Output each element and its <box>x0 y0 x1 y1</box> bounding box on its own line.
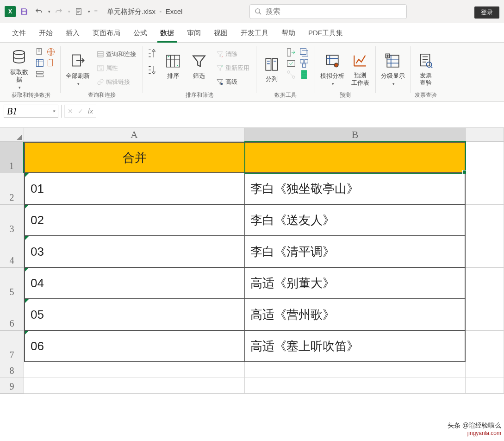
save-button[interactable] <box>18 5 31 18</box>
sort-asc-button[interactable] <box>147 47 159 61</box>
tab-formulas[interactable]: 公式 <box>127 24 154 42</box>
svg-rect-17 <box>287 49 291 57</box>
tab-review[interactable]: 审阅 <box>180 24 207 42</box>
cell-a2[interactable]: 01 <box>24 173 245 205</box>
cell-a1[interactable]: 合并 <box>24 142 245 173</box>
cell-b8[interactable] <box>245 362 466 378</box>
cell-b6[interactable]: 高适《营州歌》 <box>245 299 466 331</box>
tab-developer[interactable]: 开发工具 <box>234 24 275 42</box>
search-placeholder: 搜索 <box>266 7 280 17</box>
row-header-5[interactable]: 5 <box>0 268 24 299</box>
tab-file[interactable]: 文件 <box>6 24 32 42</box>
spreadsheet[interactable]: A B 1 2 3 4 5 6 7 8 9 合并 01 李白《独坐敬亭山》 02… <box>0 128 504 397</box>
cell-c8[interactable] <box>466 362 504 378</box>
cell-c9[interactable] <box>466 378 504 394</box>
row-header-2[interactable]: 2 <box>0 173 24 205</box>
data-model-icon[interactable] <box>299 69 311 80</box>
data-validation-icon[interactable] <box>286 58 298 69</box>
cell-a7[interactable]: 06 <box>24 331 245 362</box>
recent-sources-icon[interactable] <box>46 58 56 69</box>
group-forecast: 模拟分析 ▾ 预测 工作表 预测 <box>316 44 374 101</box>
outline-button[interactable]: 分级显示 ▾ <box>380 47 406 91</box>
svg-point-30 <box>334 63 338 67</box>
tab-data[interactable]: 数据 <box>154 24 180 42</box>
filter-button[interactable]: 筛选 <box>187 47 211 84</box>
from-web-icon[interactable] <box>46 47 56 57</box>
cell-b5[interactable]: 高适《别董大》 <box>245 268 466 299</box>
fx-icon[interactable]: fx <box>88 107 93 115</box>
queries-connections-button[interactable]: 查询和连接 <box>94 47 139 61</box>
redo-dropdown-icon[interactable]: ▾ <box>68 9 70 14</box>
tab-pdf-tools[interactable]: PDF工具集 <box>302 24 349 42</box>
tab-home[interactable]: 开始 <box>32 24 59 42</box>
consolidate-icon[interactable] <box>299 58 311 69</box>
svg-rect-15 <box>266 58 271 70</box>
get-data-button[interactable]: 获取数 据 ▾ <box>6 47 32 91</box>
row-header-7[interactable]: 7 <box>0 331 24 362</box>
svg-point-2 <box>13 50 25 55</box>
invoice-check-button[interactable]: 发票 查验 <box>414 47 437 91</box>
cell-b3[interactable]: 李白《送友人》 <box>245 205 466 236</box>
cell-b1[interactable] <box>245 142 466 173</box>
advanced-filter-button[interactable]: 高级 <box>213 75 252 89</box>
cell-c5[interactable] <box>466 268 504 299</box>
cancel-formula-icon[interactable]: ✕ <box>68 107 73 115</box>
cell-a5[interactable]: 04 <box>24 268 245 299</box>
row-header-6[interactable]: 6 <box>0 299 24 331</box>
flash-fill-icon[interactable] <box>286 47 298 57</box>
cell-c2[interactable] <box>466 173 504 205</box>
login-button[interactable]: 登录 <box>474 6 499 19</box>
row-header-9[interactable]: 9 <box>0 378 24 394</box>
qat-dropdown-icon[interactable]: ▾ <box>88 9 90 14</box>
svg-rect-6 <box>48 60 52 66</box>
search-input[interactable]: 搜索 <box>249 4 407 19</box>
redo-button[interactable] <box>52 5 65 18</box>
cell-c4[interactable] <box>466 236 504 268</box>
cell-c1[interactable] <box>466 142 504 173</box>
cell-c3[interactable] <box>466 205 504 236</box>
refresh-all-button[interactable]: 全部刷新 ▾ <box>64 47 91 91</box>
cell-c6[interactable] <box>466 299 504 331</box>
select-all-corner[interactable] <box>0 128 24 142</box>
enter-formula-icon[interactable]: ✓ <box>78 107 83 115</box>
column-header-a[interactable]: A <box>24 128 245 142</box>
existing-connections-icon[interactable] <box>35 69 45 80</box>
row-header-8[interactable]: 8 <box>0 362 24 378</box>
tab-help[interactable]: 帮助 <box>275 24 302 42</box>
what-if-button[interactable]: 模拟分析 ▾ <box>319 47 346 91</box>
undo-button[interactable] <box>32 5 45 18</box>
cell-b2[interactable]: 李白《独坐敬亭山》 <box>245 173 466 205</box>
cell-c7[interactable] <box>466 331 504 362</box>
row-header-1[interactable]: 1 <box>0 142 24 173</box>
cell-a6[interactable]: 05 <box>24 299 245 331</box>
document-icon[interactable] <box>72 5 85 18</box>
remove-duplicates-icon[interactable] <box>299 47 311 57</box>
relationships-icon[interactable] <box>286 69 298 80</box>
cell-a9[interactable] <box>24 378 245 394</box>
cell-a4[interactable]: 03 <box>24 236 245 268</box>
name-box[interactable]: B1 ▾ <box>4 105 58 118</box>
tab-view[interactable]: 视图 <box>207 24 234 42</box>
svg-rect-3 <box>37 49 41 55</box>
undo-dropdown-icon[interactable]: ▾ <box>48 9 50 14</box>
cell-b7[interactable]: 高适《塞上听吹笛》 <box>245 331 466 362</box>
sort-desc-button[interactable] <box>147 64 159 78</box>
tab-page-layout[interactable]: 页面布局 <box>86 24 127 42</box>
from-table-icon[interactable] <box>35 58 45 69</box>
cell-b9[interactable] <box>245 378 466 394</box>
row-header-3[interactable]: 3 <box>0 205 24 236</box>
name-box-dropdown-icon[interactable]: ▾ <box>53 109 55 113</box>
column-header-blank[interactable] <box>466 128 504 142</box>
svg-point-14 <box>221 83 223 85</box>
from-text-icon[interactable] <box>35 47 45 57</box>
cell-a8[interactable] <box>24 362 245 378</box>
tab-insert[interactable]: 插入 <box>59 24 86 42</box>
cell-b4[interactable]: 李白《清平调》 <box>245 236 466 268</box>
cell-a3[interactable]: 02 <box>24 205 245 236</box>
group-invoice: 发票 查验 发票查验 <box>411 44 440 101</box>
forecast-sheet-button[interactable]: 预测 工作表 <box>348 47 372 91</box>
column-header-b[interactable]: B <box>245 128 466 142</box>
sort-button[interactable]: 排序 <box>162 47 185 84</box>
row-header-4[interactable]: 4 <box>0 236 24 268</box>
text-to-columns-button[interactable]: 分列 <box>260 47 283 91</box>
